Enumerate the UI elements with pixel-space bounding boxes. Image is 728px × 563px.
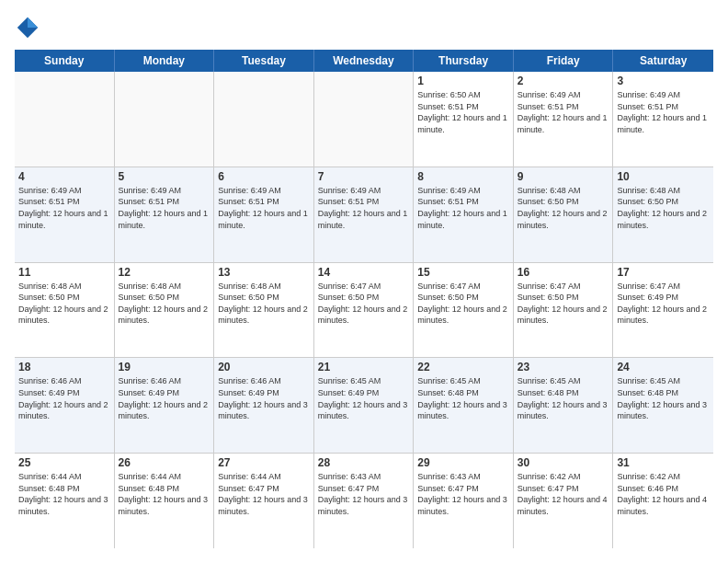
header <box>15 15 713 40</box>
calendar-cell <box>214 72 314 167</box>
calendar-cell: 24Sunrise: 6:45 AM Sunset: 6:48 PM Dayli… <box>613 358 713 453</box>
cell-info: Sunrise: 6:46 AM Sunset: 6:49 PM Dayligh… <box>119 375 210 421</box>
header-day: Thursday <box>414 50 514 72</box>
calendar-cell: 8Sunrise: 6:49 AM Sunset: 6:51 PM Daylig… <box>414 167 514 262</box>
day-number: 17 <box>617 266 710 279</box>
calendar-header: SundayMondayTuesdayWednesdayThursdayFrid… <box>15 50 713 72</box>
header-day: Monday <box>115 50 215 72</box>
calendar-cell: 12Sunrise: 6:48 AM Sunset: 6:50 PM Dayli… <box>115 263 215 358</box>
calendar-cell: 18Sunrise: 6:46 AM Sunset: 6:49 PM Dayli… <box>15 358 115 453</box>
cell-info: Sunrise: 6:42 AM Sunset: 6:46 PM Dayligh… <box>617 471 710 517</box>
header-day: Saturday <box>613 50 713 72</box>
calendar-week: 4Sunrise: 6:49 AM Sunset: 6:51 PM Daylig… <box>15 167 713 263</box>
calendar-cell: 13Sunrise: 6:48 AM Sunset: 6:50 PM Dayli… <box>214 263 314 358</box>
cell-info: Sunrise: 6:47 AM Sunset: 6:49 PM Dayligh… <box>617 281 710 327</box>
cell-info: Sunrise: 6:48 AM Sunset: 6:50 PM Dayligh… <box>119 281 210 327</box>
day-number: 16 <box>518 266 609 279</box>
cell-info: Sunrise: 6:44 AM Sunset: 6:48 PM Dayligh… <box>18 471 110 517</box>
calendar-cell <box>314 72 415 167</box>
calendar-cell: 20Sunrise: 6:46 AM Sunset: 6:49 PM Dayli… <box>214 358 314 453</box>
calendar-cell: 29Sunrise: 6:43 AM Sunset: 6:47 PM Dayli… <box>414 454 514 548</box>
calendar-week: 18Sunrise: 6:46 AM Sunset: 6:49 PM Dayli… <box>15 358 713 454</box>
calendar-cell: 22Sunrise: 6:45 AM Sunset: 6:48 PM Dayli… <box>414 358 514 453</box>
day-number: 24 <box>617 361 710 373</box>
day-number: 7 <box>318 170 410 183</box>
day-number: 18 <box>18 361 110 373</box>
calendar-cell: 21Sunrise: 6:45 AM Sunset: 6:49 PM Dayli… <box>314 358 415 453</box>
calendar-cell: 4Sunrise: 6:49 AM Sunset: 6:51 PM Daylig… <box>15 167 115 262</box>
cell-info: Sunrise: 6:48 AM Sunset: 6:50 PM Dayligh… <box>617 185 710 231</box>
day-number: 29 <box>417 456 509 469</box>
day-number: 19 <box>119 361 210 373</box>
day-number: 25 <box>18 456 110 469</box>
cell-info: Sunrise: 6:45 AM Sunset: 6:48 PM Dayligh… <box>417 375 509 421</box>
header-day: Sunday <box>15 50 115 72</box>
calendar-cell <box>15 72 115 167</box>
cell-info: Sunrise: 6:49 AM Sunset: 6:51 PM Dayligh… <box>318 185 410 231</box>
cell-info: Sunrise: 6:47 AM Sunset: 6:50 PM Dayligh… <box>417 281 509 327</box>
calendar-cell: 25Sunrise: 6:44 AM Sunset: 6:48 PM Dayli… <box>15 454 115 548</box>
svg-marker-1 <box>28 17 38 28</box>
calendar-cell: 31Sunrise: 6:42 AM Sunset: 6:46 PM Dayli… <box>613 454 713 548</box>
calendar-cell: 16Sunrise: 6:47 AM Sunset: 6:50 PM Dayli… <box>514 263 614 358</box>
day-number: 10 <box>617 170 710 183</box>
day-number: 30 <box>518 456 609 469</box>
calendar-week: 11Sunrise: 6:48 AM Sunset: 6:50 PM Dayli… <box>15 263 713 359</box>
calendar-cell: 14Sunrise: 6:47 AM Sunset: 6:50 PM Dayli… <box>314 263 415 358</box>
calendar: SundayMondayTuesdayWednesdayThursdayFrid… <box>15 50 713 548</box>
cell-info: Sunrise: 6:50 AM Sunset: 6:51 PM Dayligh… <box>417 89 509 135</box>
calendar-cell: 1Sunrise: 6:50 AM Sunset: 6:51 PM Daylig… <box>414 72 514 167</box>
cell-info: Sunrise: 6:47 AM Sunset: 6:50 PM Dayligh… <box>518 281 609 327</box>
day-number: 12 <box>119 266 210 279</box>
cell-info: Sunrise: 6:48 AM Sunset: 6:50 PM Dayligh… <box>518 185 609 231</box>
calendar-week: 1Sunrise: 6:50 AM Sunset: 6:51 PM Daylig… <box>15 72 713 167</box>
cell-info: Sunrise: 6:49 AM Sunset: 6:51 PM Dayligh… <box>617 89 710 135</box>
cell-info: Sunrise: 6:45 AM Sunset: 6:49 PM Dayligh… <box>318 375 410 421</box>
calendar-cell: 28Sunrise: 6:43 AM Sunset: 6:47 PM Dayli… <box>314 454 415 548</box>
day-number: 1 <box>417 75 509 87</box>
cell-info: Sunrise: 6:43 AM Sunset: 6:47 PM Dayligh… <box>417 471 509 517</box>
cell-info: Sunrise: 6:49 AM Sunset: 6:51 PM Dayligh… <box>218 185 310 231</box>
day-number: 20 <box>218 361 310 373</box>
cell-info: Sunrise: 6:45 AM Sunset: 6:48 PM Dayligh… <box>518 375 609 421</box>
day-number: 31 <box>617 456 710 469</box>
day-number: 14 <box>318 266 410 279</box>
calendar-cell: 26Sunrise: 6:44 AM Sunset: 6:48 PM Dayli… <box>115 454 215 548</box>
day-number: 11 <box>18 266 110 279</box>
cell-info: Sunrise: 6:46 AM Sunset: 6:49 PM Dayligh… <box>18 375 110 421</box>
page: SundayMondayTuesdayWednesdayThursdayFrid… <box>0 0 728 563</box>
calendar-cell: 7Sunrise: 6:49 AM Sunset: 6:51 PM Daylig… <box>314 167 415 262</box>
day-number: 8 <box>417 170 509 183</box>
calendar-cell: 11Sunrise: 6:48 AM Sunset: 6:50 PM Dayli… <box>15 263 115 358</box>
calendar-cell: 19Sunrise: 6:46 AM Sunset: 6:49 PM Dayli… <box>115 358 215 453</box>
day-number: 13 <box>218 266 310 279</box>
logo <box>15 15 44 40</box>
calendar-cell: 2Sunrise: 6:49 AM Sunset: 6:51 PM Daylig… <box>514 72 614 167</box>
day-number: 2 <box>518 75 609 87</box>
day-number: 3 <box>617 75 710 87</box>
day-number: 15 <box>417 266 509 279</box>
calendar-cell: 10Sunrise: 6:48 AM Sunset: 6:50 PM Dayli… <box>613 167 713 262</box>
cell-info: Sunrise: 6:48 AM Sunset: 6:50 PM Dayligh… <box>218 281 310 327</box>
cell-info: Sunrise: 6:42 AM Sunset: 6:47 PM Dayligh… <box>518 471 609 517</box>
cell-info: Sunrise: 6:44 AM Sunset: 6:48 PM Dayligh… <box>119 471 210 517</box>
calendar-cell: 5Sunrise: 6:49 AM Sunset: 6:51 PM Daylig… <box>115 167 215 262</box>
header-day: Friday <box>514 50 614 72</box>
calendar-cell <box>115 72 215 167</box>
calendar-cell: 9Sunrise: 6:48 AM Sunset: 6:50 PM Daylig… <box>514 167 614 262</box>
day-number: 6 <box>218 170 310 183</box>
cell-info: Sunrise: 6:49 AM Sunset: 6:51 PM Dayligh… <box>119 185 210 231</box>
calendar-cell: 27Sunrise: 6:44 AM Sunset: 6:47 PM Dayli… <box>214 454 314 548</box>
cell-info: Sunrise: 6:49 AM Sunset: 6:51 PM Dayligh… <box>417 185 509 231</box>
calendar-body: 1Sunrise: 6:50 AM Sunset: 6:51 PM Daylig… <box>15 72 713 548</box>
cell-info: Sunrise: 6:44 AM Sunset: 6:47 PM Dayligh… <box>218 471 310 517</box>
day-number: 9 <box>518 170 609 183</box>
calendar-week: 25Sunrise: 6:44 AM Sunset: 6:48 PM Dayli… <box>15 454 713 548</box>
calendar-cell: 6Sunrise: 6:49 AM Sunset: 6:51 PM Daylig… <box>214 167 314 262</box>
cell-info: Sunrise: 6:48 AM Sunset: 6:50 PM Dayligh… <box>18 281 110 327</box>
calendar-cell: 30Sunrise: 6:42 AM Sunset: 6:47 PM Dayli… <box>514 454 614 548</box>
cell-info: Sunrise: 6:46 AM Sunset: 6:49 PM Dayligh… <box>218 375 310 421</box>
logo-icon <box>15 15 40 40</box>
cell-info: Sunrise: 6:43 AM Sunset: 6:47 PM Dayligh… <box>318 471 410 517</box>
cell-info: Sunrise: 6:49 AM Sunset: 6:51 PM Dayligh… <box>518 89 609 135</box>
